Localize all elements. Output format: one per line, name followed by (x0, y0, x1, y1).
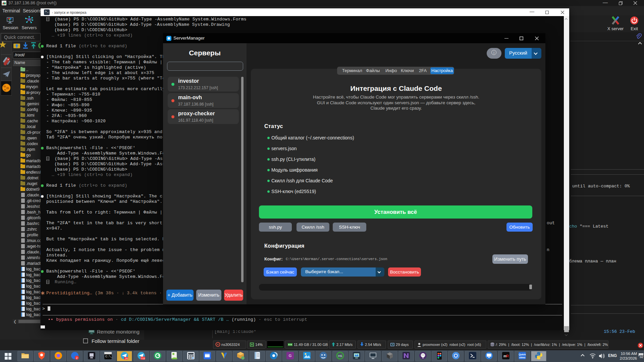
svg-text:Quick: Quick (519, 353, 526, 356)
svg-text:R: R (506, 354, 509, 358)
svg-text:715: 715 (141, 357, 145, 360)
svg-text:2: 2 (76, 356, 77, 359)
svg-text:utmo: utmo (519, 356, 526, 359)
svg-text:HS: HS (338, 354, 342, 357)
svg-text:.26: .26 (124, 357, 128, 359)
svg-text:C:\_: C:\_ (105, 355, 112, 358)
svg-text:G: G (289, 354, 292, 358)
